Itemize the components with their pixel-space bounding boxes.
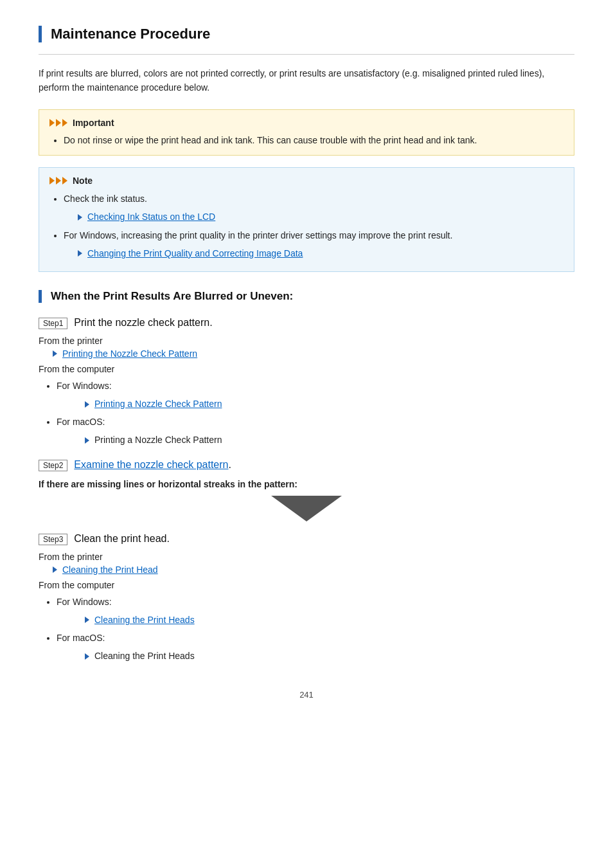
- step3-macos-arrow-icon: [85, 653, 89, 660]
- cleaning-print-heads-windows-link[interactable]: Cleaning the Print Heads: [94, 612, 195, 628]
- step1-windows-link-row: Printing a Nozzle Check Pattern: [85, 396, 574, 412]
- title-divider: [39, 54, 574, 55]
- step1-macos-label: For macOS:: [57, 417, 105, 427]
- step3-row: Step3 Clean the print head.: [39, 533, 574, 545]
- step1-macos-arrow-icon: [85, 437, 89, 444]
- step3-from-printer-label: From the printer: [39, 552, 574, 562]
- step1-computer-list: For Windows: Printing a Nozzle Check Pat…: [39, 378, 574, 449]
- changing-print-quality-link[interactable]: Changing the Print Quality and Correctin…: [87, 246, 303, 262]
- checking-ink-status-link[interactable]: Checking Ink Status on the LCD: [87, 209, 215, 225]
- note-item-2: For Windows, increasing the print qualit…: [64, 228, 564, 262]
- step3-windows-link-row: Cleaning the Print Heads: [85, 612, 574, 628]
- section-heading-block: When the Print Results Are Blurred or Un…: [39, 290, 574, 303]
- step2-row: Step2 Examine the nozzle check pattern.: [39, 459, 574, 471]
- note-item-1-text: Check the ink status.: [64, 194, 147, 204]
- step3-title: Clean the print head.: [74, 533, 170, 545]
- important-label: Important: [73, 118, 114, 128]
- step3-windows-label: For Windows:: [57, 597, 112, 607]
- step3-badge: Step3: [39, 534, 67, 545]
- pattern-arrow-image: [39, 496, 574, 521]
- printing-nozzle-check-link[interactable]: Printing the Nozzle Check Pattern: [62, 348, 197, 359]
- note-item-1: Check the ink status. Checking Ink Statu…: [64, 191, 564, 225]
- step2-title-suffix: .: [229, 459, 231, 470]
- examine-nozzle-link[interactable]: Examine the nozzle check pattern: [74, 459, 228, 470]
- step3-windows-item: For Windows: Cleaning the Print Heads: [57, 594, 574, 628]
- important-header: Important: [49, 118, 564, 128]
- note-header: Note: [49, 176, 564, 186]
- page-title-section: Maintenance Procedure: [39, 26, 574, 42]
- step2-badge: Step2: [39, 460, 67, 471]
- important-box: Important Do not rinse or wipe the print…: [39, 109, 574, 156]
- step3-macos-item: For macOS: Cleaning the Print Heads: [57, 630, 574, 664]
- cleaning-print-head-link[interactable]: Cleaning the Print Head: [62, 565, 158, 575]
- step1-windows-arrow-icon: [85, 401, 89, 408]
- note-list: Check the ink status. Checking Ink Statu…: [49, 191, 564, 262]
- pattern-text: If there are missing lines or horizontal…: [39, 479, 574, 489]
- step3-macos-link-row: Cleaning the Print Heads: [85, 648, 574, 664]
- step1-printer-link-row: Printing the Nozzle Check Pattern: [53, 348, 574, 359]
- step1-from-computer-label: From the computer: [39, 364, 574, 374]
- step1-printer-arrow-icon: [53, 350, 57, 357]
- page-number: 241: [39, 690, 574, 700]
- step3-printer-arrow-icon: [53, 566, 57, 573]
- step1-macos-link-row: Printing a Nozzle Check Pattern: [85, 432, 574, 448]
- step1-macos-plain: Printing a Nozzle Check Pattern: [94, 432, 222, 448]
- link-arrow-icon: [78, 214, 82, 221]
- note-box: Note Check the ink status. Checking Ink …: [39, 167, 574, 272]
- step1-from-printer-label: From the printer: [39, 336, 574, 346]
- step1-windows-label: For Windows:: [57, 381, 112, 391]
- step2-title: Examine the nozzle check pattern.: [74, 459, 231, 471]
- step1-windows-item: For Windows: Printing a Nozzle Check Pat…: [57, 378, 574, 412]
- note-item-2-text: For Windows, increasing the print qualit…: [64, 230, 452, 240]
- step3-macos-label: For macOS:: [57, 633, 105, 643]
- step3-printer-link-row: Cleaning the Print Head: [53, 565, 574, 575]
- important-item-1: Do not rinse or wipe the print head and …: [64, 133, 564, 147]
- important-icon: [49, 119, 69, 127]
- step1-badge: Step1: [39, 318, 67, 329]
- note-icon: [49, 177, 69, 185]
- note-item-1-link-row: Checking Ink Status on the LCD: [78, 209, 564, 225]
- step3-windows-arrow-icon: [85, 617, 89, 623]
- step3-macos-plain: Cleaning the Print Heads: [94, 648, 195, 664]
- important-list: Do not rinse or wipe the print head and …: [49, 133, 564, 147]
- printing-nozzle-check-windows-link[interactable]: Printing a Nozzle Check Pattern: [94, 396, 222, 412]
- note-item-2-link-row: Changing the Print Quality and Correctin…: [78, 246, 564, 262]
- step3-from-computer-label: From the computer: [39, 580, 574, 590]
- note-label: Note: [73, 176, 93, 186]
- link-arrow-icon-2: [78, 250, 82, 257]
- intro-text: If print results are blurred, colors are…: [39, 66, 574, 95]
- step1-row: Step1 Print the nozzle check pattern.: [39, 317, 574, 329]
- down-arrow-shape: [271, 496, 342, 521]
- step3-computer-list: For Windows: Cleaning the Print Heads Fo…: [39, 594, 574, 665]
- page-title: Maintenance Procedure: [51, 26, 574, 42]
- step1-title: Print the nozzle check pattern.: [74, 317, 212, 329]
- step1-macos-item: For macOS: Printing a Nozzle Check Patte…: [57, 414, 574, 448]
- section-heading: When the Print Results Are Blurred or Un…: [51, 290, 574, 303]
